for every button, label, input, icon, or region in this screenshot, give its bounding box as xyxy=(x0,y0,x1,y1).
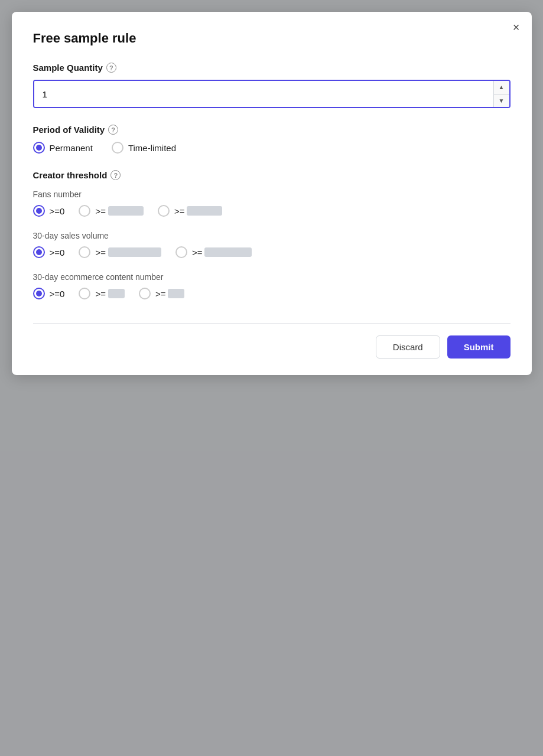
fans-radio-1[interactable] xyxy=(79,205,90,217)
sales-blurred-2 xyxy=(204,247,252,257)
period-of-validity-label: Period of Validity ? xyxy=(33,125,511,135)
ecom-option-1[interactable]: >= xyxy=(79,288,125,299)
sample-quantity-section: Sample Quantity ? ▲ ▼ xyxy=(33,63,511,108)
fans-option-2[interactable]: >= xyxy=(158,205,223,217)
creator-threshold-title: Creator threshold ? xyxy=(33,170,511,180)
sales-radio-1[interactable] xyxy=(79,246,90,258)
validity-radio-group: Permanent Time-limited xyxy=(33,142,511,154)
sample-quantity-input-wrapper: ▲ ▼ xyxy=(33,80,511,108)
sales-label-2: >= xyxy=(192,247,252,258)
sales-radio-2[interactable] xyxy=(175,246,187,258)
sales-option-2[interactable]: >= xyxy=(175,246,252,258)
ecom-radio-0[interactable] xyxy=(33,288,45,299)
sample-quantity-label: Sample Quantity ? xyxy=(33,63,511,73)
ecom-label-1: >= xyxy=(95,289,125,299)
close-button[interactable]: × xyxy=(513,21,520,33)
ecommerce-content-radio-group: >=0 >= xyxy=(33,288,511,299)
sample-quantity-input[interactable] xyxy=(34,81,493,107)
sales-label-0: >=0 xyxy=(50,247,65,258)
creator-threshold-section: Creator threshold ? Fans number >=0 >= xyxy=(33,170,511,299)
validity-time-limited-radio[interactable] xyxy=(112,142,123,154)
ecom-option-2[interactable]: >= xyxy=(139,288,185,299)
fans-label-0: >=0 xyxy=(50,206,65,216)
sales-volume-label: 30-day sales volume xyxy=(33,231,511,240)
ecom-option-0[interactable]: >=0 xyxy=(33,288,65,299)
fans-label-1: >= xyxy=(95,206,144,216)
modal-title: Free sample rule xyxy=(33,31,511,46)
ecom-radio-1[interactable] xyxy=(79,288,90,299)
ecommerce-content-label: 30-day ecommerce content number xyxy=(33,272,511,282)
fans-option-1[interactable]: >= xyxy=(79,205,144,217)
quantity-increment-button[interactable]: ▲ xyxy=(494,81,509,94)
fans-radio-0[interactable] xyxy=(33,205,45,217)
fans-number-radio-group: >=0 >= xyxy=(33,205,511,217)
modal-overlay: × Free sample rule Sample Quantity ? ▲ ▼… xyxy=(0,0,543,756)
creator-threshold-help-icon[interactable]: ? xyxy=(110,170,121,180)
period-of-validity-section: Period of Validity ? Permanent Time-limi… xyxy=(33,125,511,154)
ecom-blurred-1 xyxy=(108,289,125,298)
ecom-blurred-2 xyxy=(168,289,184,298)
validity-permanent-label: Permanent xyxy=(50,143,93,153)
validity-permanent-radio[interactable] xyxy=(33,142,45,154)
ecom-label-2: >= xyxy=(155,289,185,299)
validity-time-limited-option[interactable]: Time-limited xyxy=(112,142,176,154)
ecom-radio-2[interactable] xyxy=(139,288,151,299)
fans-option-0[interactable]: >=0 xyxy=(33,205,65,217)
modal-footer: Discard Submit xyxy=(33,323,511,359)
quantity-spinners: ▲ ▼ xyxy=(493,81,509,107)
sales-label-1: >= xyxy=(95,247,161,258)
submit-button[interactable]: Submit xyxy=(447,335,511,359)
ecom-label-0: >=0 xyxy=(50,289,65,299)
discard-button[interactable]: Discard xyxy=(376,335,440,359)
validity-time-limited-label: Time-limited xyxy=(128,143,176,153)
sales-radio-0[interactable] xyxy=(33,246,45,258)
sales-option-1[interactable]: >= xyxy=(79,246,161,258)
fans-number-label: Fans number xyxy=(33,190,511,199)
fans-number-section: Fans number >=0 >= xyxy=(33,190,511,217)
fans-blurred-2 xyxy=(187,206,222,216)
fans-blurred-1 xyxy=(108,206,144,216)
sales-blurred-1 xyxy=(108,247,161,257)
quantity-decrement-button[interactable]: ▼ xyxy=(494,94,509,107)
sales-volume-section: 30-day sales volume >=0 >= xyxy=(33,231,511,258)
validity-permanent-option[interactable]: Permanent xyxy=(33,142,93,154)
period-of-validity-help-icon[interactable]: ? xyxy=(108,125,118,135)
modal-container: × Free sample rule Sample Quantity ? ▲ ▼… xyxy=(12,12,532,375)
sample-quantity-help-icon[interactable]: ? xyxy=(106,63,116,73)
sales-volume-radio-group: >=0 >= xyxy=(33,246,511,258)
fans-label-2: >= xyxy=(174,206,223,216)
fans-radio-2[interactable] xyxy=(158,205,170,217)
sales-option-0[interactable]: >=0 xyxy=(33,246,65,258)
ecommerce-content-section: 30-day ecommerce content number >=0 >= xyxy=(33,272,511,299)
